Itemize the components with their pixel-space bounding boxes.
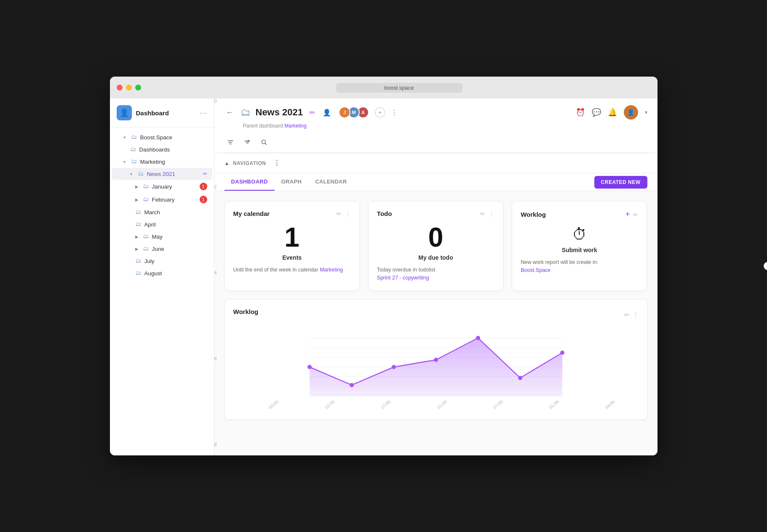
chart-edit-icon[interactable]: ✏ bbox=[624, 311, 629, 318]
chart-svg bbox=[233, 329, 639, 404]
sidebar-more-icon[interactable]: ⋯ bbox=[200, 108, 207, 117]
sidebar-item-label: March bbox=[144, 209, 207, 215]
back-button[interactable]: ← bbox=[224, 106, 235, 119]
august-icon: 🗂 bbox=[135, 270, 142, 277]
widget-link[interactable]: Boost.Space bbox=[521, 267, 551, 273]
sidebar-item-label: News 2021 bbox=[147, 171, 200, 177]
avatars-group: J M A bbox=[339, 106, 369, 118]
stopwatch-icon: ⏱ bbox=[521, 226, 638, 243]
widget-link[interactable]: Marketing bbox=[320, 267, 343, 273]
dashboard-content: My calendar ✏ ⋮ 1 Events Until the end o… bbox=[214, 191, 657, 455]
february-icon: 🗂 bbox=[143, 196, 150, 203]
widget-number: 0 bbox=[377, 224, 494, 251]
user-profile-avatar[interactable]: 👤 bbox=[624, 105, 638, 120]
sidebar: 👤 Dashboard ⋯ ▾ 🗂 Boost.Space 🗂 Dashboar… bbox=[110, 98, 214, 455]
timer-icon[interactable]: ⏰ bbox=[576, 108, 585, 117]
sidebar-nav: ▾ 🗂 Boost.Space 🗂 Dashboards ▾ 🗂 Marketi… bbox=[110, 128, 214, 455]
navigation-label: NAVIGATION bbox=[233, 160, 266, 166]
main-header: ← 🗂 News 2021 ✏ 👤 J M A + ⋮ bbox=[214, 98, 657, 153]
close-button[interactable] bbox=[117, 85, 123, 90]
sort-icon[interactable] bbox=[241, 137, 253, 149]
news-icon: 🗂 bbox=[138, 170, 144, 177]
chevron-right-icon: ▶ bbox=[135, 247, 140, 251]
maximize-button[interactable] bbox=[135, 85, 141, 90]
widget-header: Todo ✏ ⋮ bbox=[377, 210, 494, 217]
bell-icon[interactable]: 🔔 bbox=[608, 108, 617, 117]
worklog-chart-widget: Worklog ✏ ⋮ 8 6 4 2 0 bbox=[224, 299, 647, 420]
tab-calendar[interactable]: CALENDAR bbox=[308, 173, 353, 191]
notification-badge: 1 bbox=[200, 183, 207, 190]
sidebar-item-august[interactable]: 🗂 August bbox=[112, 267, 212, 279]
tab-dashboard[interactable]: DASHBOARD bbox=[224, 173, 275, 191]
sidebar-item-marketing[interactable]: ▾ 🗂 Marketing bbox=[112, 156, 212, 168]
widget-number: 1 bbox=[233, 224, 351, 251]
nav-more-icon[interactable]: ⋮ bbox=[271, 157, 283, 169]
widget-subtitle: My due todo bbox=[377, 254, 494, 261]
user-icon[interactable]: 👤 bbox=[321, 107, 333, 118]
sidebar-item-march[interactable]: 🗂 March bbox=[112, 206, 212, 218]
nav-toggle-icon[interactable]: ▲ bbox=[224, 160, 230, 166]
chart-more-icon[interactable]: ⋮ bbox=[633, 311, 639, 318]
dashboard-icon: 🗂 bbox=[130, 146, 137, 153]
todo-widget: Todo ✏ ⋮ 0 My due todo Today overdue in … bbox=[368, 201, 503, 291]
chevron-right-icon: ▶ bbox=[135, 234, 140, 239]
sidebar-item-boost-space[interactable]: ▾ 🗂 Boost.Space bbox=[112, 131, 212, 143]
navigation-section: ▲ NAVIGATION ⋮ bbox=[214, 153, 657, 173]
user-chevron-icon[interactable]: ▾ bbox=[645, 109, 647, 115]
sidebar-item-label: Marketing bbox=[140, 159, 207, 165]
url-display[interactable]: boost.space bbox=[336, 83, 462, 93]
traffic-lights bbox=[117, 85, 141, 90]
svg-point-13 bbox=[476, 336, 480, 340]
created-new-button[interactable]: CREATED NEW bbox=[594, 176, 647, 189]
title-bar: boost.space bbox=[110, 77, 657, 98]
avatar-1: J bbox=[339, 106, 350, 118]
app-body: 👤 Dashboard ⋯ ▾ 🗂 Boost.Space 🗂 Dashboar… bbox=[110, 98, 657, 455]
widget-link[interactable]: Sprint 27 - copywriting bbox=[377, 275, 429, 281]
sidebar-item-january[interactable]: ▶ 🗂 January 1 bbox=[112, 180, 212, 193]
widgets-row-1: My calendar ✏ ⋮ 1 Events Until the end o… bbox=[224, 201, 647, 291]
sidebar-item-february[interactable]: ▶ 🗂 February 1 bbox=[112, 193, 212, 206]
dashboard-icon: 🗂 bbox=[131, 134, 138, 141]
y-axis-labels: 8 6 4 2 0 bbox=[214, 191, 219, 455]
chevron-down-icon: ▾ bbox=[130, 172, 135, 176]
edit-icon[interactable]: ✏ bbox=[203, 171, 207, 177]
sidebar-item-dashboards[interactable]: 🗂 Dashboards bbox=[112, 144, 212, 155]
widget-edit-icon[interactable]: ✏ bbox=[480, 210, 485, 217]
sidebar-item-april[interactable]: 🗂 April bbox=[112, 218, 212, 230]
chart-header: Worklog ✏ ⋮ bbox=[233, 308, 639, 322]
notification-badge: 1 bbox=[200, 196, 207, 203]
sidebar-item-label: May bbox=[152, 234, 207, 240]
header-actions: ✏ 👤 J M A + ⋮ bbox=[308, 106, 570, 118]
sidebar-item-label: April bbox=[144, 221, 207, 228]
minimize-button[interactable] bbox=[126, 85, 132, 90]
january-icon: 🗂 bbox=[143, 183, 150, 190]
sidebar-item-label: July bbox=[144, 258, 207, 264]
sidebar-item-news-2021[interactable]: ▾ 🗂 News 2021 ✏ bbox=[112, 168, 212, 180]
chevron-down-icon: ▾ bbox=[123, 135, 128, 140]
july-icon: 🗂 bbox=[135, 258, 142, 264]
widget-add-icon[interactable]: + bbox=[625, 210, 630, 219]
edit-title-icon[interactable]: ✏ bbox=[308, 107, 317, 118]
search-icon[interactable] bbox=[258, 137, 270, 149]
chevron-down-icon: ▾ bbox=[123, 160, 128, 164]
sidebar-item-july[interactable]: 🗂 July bbox=[112, 255, 212, 267]
widget-subtitle: Submit work bbox=[521, 247, 638, 253]
sidebar-item-june[interactable]: ▶ 🗂 June bbox=[112, 243, 212, 255]
my-calendar-widget: My calendar ✏ ⋮ 1 Events Until the end o… bbox=[224, 201, 360, 291]
add-member-button[interactable]: + bbox=[375, 107, 385, 117]
parent-link[interactable]: Marketing bbox=[284, 123, 307, 129]
widget-edit-icon[interactable]: ✏ bbox=[633, 211, 638, 218]
widget-more-icon[interactable]: ⋮ bbox=[345, 210, 351, 217]
tabs-bar: DASHBOARD GRAPH CALENDAR CREATED NEW bbox=[214, 173, 657, 191]
widget-header: Worklog + ✏ bbox=[521, 210, 638, 219]
sidebar-item-may[interactable]: ▶ 🗂 May bbox=[112, 231, 212, 242]
june-icon: 🗂 bbox=[143, 245, 150, 252]
widget-more-icon[interactable]: ⋮ bbox=[489, 210, 494, 217]
more-options-icon[interactable]: ⋮ bbox=[389, 107, 399, 118]
sidebar-item-label: February bbox=[152, 197, 197, 203]
tab-graph[interactable]: GRAPH bbox=[275, 173, 308, 191]
chat-icon[interactable]: 💬 bbox=[592, 108, 601, 117]
chart-container: 8 6 4 2 0 bbox=[233, 329, 639, 411]
widget-edit-icon[interactable]: ✏ bbox=[337, 210, 342, 217]
filter-icon[interactable] bbox=[224, 137, 236, 149]
